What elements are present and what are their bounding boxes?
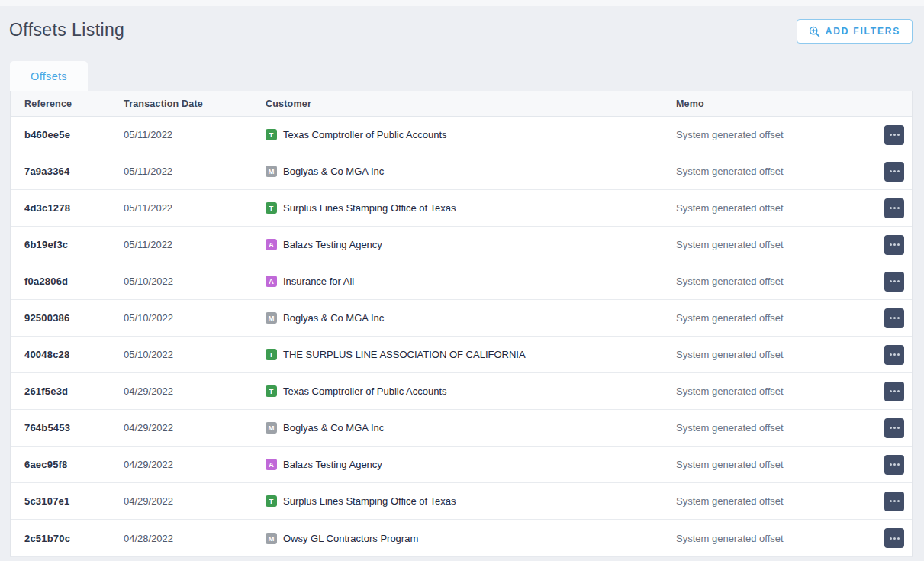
memo-cell: System generated offset	[676, 385, 884, 397]
row-actions-ellipsis-button[interactable]	[884, 345, 904, 365]
row-actions-ellipsis-button[interactable]	[884, 455, 904, 475]
table-row[interactable]: 5c3107e1 04/29/2022 T Surplus Lines Stam…	[11, 483, 912, 520]
row-actions-ellipsis-button[interactable]	[884, 272, 904, 292]
customer-cell: T Texas Comptroller of Public Accounts	[266, 129, 676, 140]
actions-cell	[884, 345, 904, 365]
table-row[interactable]: b460ee5e 05/11/2022 T Texas Comptroller …	[11, 117, 912, 153]
customer-type-badge: T	[266, 129, 277, 140]
row-actions-ellipsis-button[interactable]	[884, 198, 904, 218]
transaction-date-cell: 05/11/2022	[124, 239, 266, 250]
ellipsis-icon	[890, 207, 892, 209]
tab-bar: Offsets	[10, 61, 88, 91]
transaction-date-cell: 05/10/2022	[124, 276, 266, 287]
customer-cell: M Boglyas & Co MGA Inc	[266, 312, 676, 324]
customer-type-badge: M	[266, 166, 277, 177]
ellipsis-icon	[890, 134, 892, 136]
row-actions-ellipsis-button[interactable]	[884, 492, 904, 511]
row-actions-ellipsis-button[interactable]	[884, 418, 904, 438]
customer-cell: A Insurance for All	[266, 276, 676, 287]
customer-name: Boglyas & Co MGA Inc	[283, 422, 384, 434]
customer-type-badge: A	[266, 459, 277, 470]
reference-cell: f0a2806d	[24, 276, 124, 287]
reference-cell: 764b5453	[24, 422, 124, 434]
memo-cell: System generated offset	[676, 202, 884, 214]
ellipsis-icon	[890, 243, 892, 246]
actions-cell	[884, 492, 904, 511]
transaction-date-cell: 05/10/2022	[124, 312, 266, 324]
memo-cell: System generated offset	[676, 459, 884, 470]
actions-cell	[884, 235, 904, 255]
reference-cell: 92500386	[24, 312, 124, 324]
table-row[interactable]: 92500386 05/10/2022 M Boglyas & Co MGA I…	[11, 300, 912, 337]
table-row[interactable]: 6aec95f8 04/29/2022 A Balazs Testing Age…	[11, 447, 912, 483]
row-actions-ellipsis-button[interactable]	[884, 162, 904, 182]
transaction-date-cell: 04/29/2022	[124, 495, 266, 507]
table-row[interactable]: 4d3c1278 05/11/2022 T Surplus Lines Stam…	[11, 190, 912, 227]
zoom-in-icon	[809, 26, 820, 37]
table-row[interactable]: 764b5453 04/29/2022 M Boglyas & Co MGA I…	[11, 410, 912, 447]
tab-offsets[interactable]: Offsets	[10, 61, 88, 91]
reference-cell: 261f5e3d	[24, 385, 124, 397]
actions-cell	[884, 308, 904, 328]
customer-cell: M Owsy GL Contractors Program	[266, 533, 676, 544]
top-strip	[0, 0, 924, 6]
reference-cell: 7a9a3364	[24, 166, 124, 177]
customer-name: Owsy GL Contractors Program	[283, 533, 418, 544]
ellipsis-icon	[890, 427, 892, 429]
customer-name: Balazs Testing Agency	[283, 239, 382, 250]
actions-cell	[884, 418, 904, 438]
actions-cell	[884, 125, 904, 145]
memo-cell: System generated offset	[676, 495, 884, 507]
actions-cell	[884, 455, 904, 475]
transaction-date-cell: 04/29/2022	[124, 422, 266, 434]
row-actions-ellipsis-button[interactable]	[884, 528, 904, 548]
customer-name: THE SURPLUS LINE ASSOCIATION OF CALIFORN…	[283, 349, 526, 360]
reference-cell: 4d3c1278	[24, 202, 124, 214]
customer-cell: T Texas Comptroller of Public Accounts	[266, 385, 676, 397]
memo-cell: System generated offset	[676, 422, 884, 434]
table-row[interactable]: 40048c28 05/10/2022 T THE SURPLUS LINE A…	[11, 337, 912, 373]
customer-type-badge: M	[266, 312, 277, 324]
actions-cell	[884, 272, 904, 292]
reference-cell: 40048c28	[24, 349, 124, 360]
customer-name: Boglyas & Co MGA Inc	[283, 166, 384, 177]
reference-cell: 6aec95f8	[24, 459, 124, 470]
table-row[interactable]: 7a9a3364 05/11/2022 M Boglyas & Co MGA I…	[11, 153, 912, 190]
transaction-date-cell: 04/29/2022	[124, 459, 266, 470]
row-actions-ellipsis-button[interactable]	[884, 235, 904, 255]
reference-cell: 6b19ef3c	[24, 239, 124, 250]
customer-cell: T THE SURPLUS LINE ASSOCIATION OF CALIFO…	[266, 349, 676, 360]
customer-type-badge: T	[266, 349, 277, 360]
memo-cell: System generated offset	[676, 533, 884, 544]
ellipsis-icon	[890, 537, 892, 540]
actions-cell	[884, 162, 904, 182]
add-filters-label: ADD FILTERS	[826, 26, 900, 37]
customer-name: Boglyas & Co MGA Inc	[283, 312, 384, 324]
customer-type-badge: T	[266, 495, 277, 507]
table-row[interactable]: f0a2806d 05/10/2022 A Insurance for All …	[11, 263, 912, 300]
transaction-date-cell: 05/11/2022	[124, 166, 266, 177]
add-filters-button[interactable]: ADD FILTERS	[797, 19, 913, 44]
customer-name: Surplus Lines Stamping Office of Texas	[283, 202, 456, 214]
customer-type-badge: A	[266, 239, 277, 250]
row-actions-ellipsis-button[interactable]	[884, 308, 904, 328]
offsets-table: Reference Transaction Date Customer Memo…	[10, 91, 913, 557]
page-title: Offsets Listing	[9, 20, 124, 40]
table-row[interactable]: 2c51b70c 04/28/2022 M Owsy GL Contractor…	[11, 520, 912, 556]
table-header-row: Reference Transaction Date Customer Memo	[11, 91, 912, 117]
table-row[interactable]: 6b19ef3c 05/11/2022 A Balazs Testing Age…	[11, 227, 912, 263]
memo-cell: System generated offset	[676, 166, 884, 177]
ellipsis-icon	[890, 353, 892, 356]
actions-cell	[884, 198, 904, 218]
memo-cell: System generated offset	[676, 129, 884, 140]
customer-name: Insurance for All	[283, 276, 354, 287]
row-actions-ellipsis-button[interactable]	[884, 382, 904, 401]
transaction-date-cell: 04/29/2022	[124, 385, 266, 397]
customer-name: Surplus Lines Stamping Office of Texas	[283, 495, 456, 507]
table-row[interactable]: 261f5e3d 04/29/2022 T Texas Comptroller …	[11, 373, 912, 410]
customer-type-badge: M	[266, 422, 277, 434]
transaction-date-cell: 05/11/2022	[124, 129, 266, 140]
column-header-memo: Memo	[676, 98, 884, 109]
row-actions-ellipsis-button[interactable]	[884, 125, 904, 145]
customer-cell: M Boglyas & Co MGA Inc	[266, 166, 676, 177]
